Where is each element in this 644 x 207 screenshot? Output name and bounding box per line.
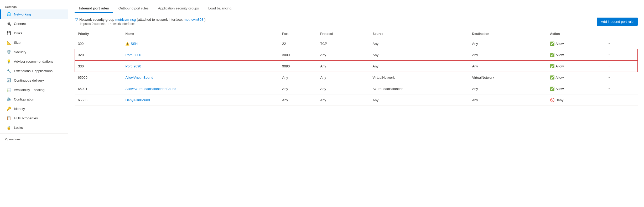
sidebar-item-extensions[interactable]: 🔧 Extensions + applications: [0, 66, 68, 76]
cell-protocol: TCP: [317, 38, 369, 49]
tab-inbound[interactable]: Inbound port rules: [75, 4, 113, 13]
sidebar-item-label-continuous: Continuous delivery: [14, 78, 44, 82]
col-port: Port: [279, 30, 317, 38]
cell-name: Port_9090: [122, 61, 279, 72]
sidebar-item-label-disks: Disks: [14, 31, 22, 35]
nsg-line: 🛡 Network security group metricvm-nsg (a…: [75, 17, 206, 22]
sidebar: Settings 🌐 Networking 🔌 Connect 💾 Disks …: [0, 0, 68, 207]
action-label: Allow: [555, 76, 564, 79]
table-row[interactable]: 65500DenyAllInBoundAnyAnyAnyAny🚫 Deny···: [75, 94, 638, 106]
sidebar-item-networking[interactable]: 🌐 Networking: [0, 9, 68, 19]
cell-destination: VirtualNetwork: [469, 72, 547, 83]
cell-ellipsis: ···: [602, 83, 638, 94]
cell-action: ✅ Allow: [547, 72, 602, 83]
col-name: Name: [122, 30, 279, 38]
col-protocol: Protocol: [317, 30, 369, 38]
nsg-attached-suffix: ): [204, 18, 205, 22]
cell-action: 🚫 Deny: [547, 94, 602, 106]
sidebar-item-configuration[interactable]: ⚙️ Configuration: [0, 94, 68, 104]
row-menu-button[interactable]: ···: [605, 52, 611, 58]
sidebar-item-security[interactable]: 🛡️ Security: [0, 47, 68, 57]
table-row[interactable]: 65000AllowVnetInBoundAnyAnyVirtualNetwor…: [75, 72, 638, 83]
advisor-icon: 💡: [6, 59, 11, 64]
cell-ellipsis: ···: [602, 38, 638, 49]
rule-name-link[interactable]: SSH: [131, 42, 138, 46]
allow-icon: ✅: [550, 87, 554, 91]
rule-name-link[interactable]: AllowAzureLoadBalancerInBound: [125, 87, 176, 91]
table-row[interactable]: 320Port_30003000AnyAnyAny✅ Allow···: [75, 49, 638, 61]
identity-icon: 🔑: [6, 106, 11, 111]
main-content: Inbound port rules Outbound port rules A…: [68, 0, 644, 207]
cell-source: Any: [370, 49, 469, 61]
cell-source: Any: [370, 38, 469, 49]
row-menu-button[interactable]: ···: [605, 75, 611, 80]
action-label: Allow: [555, 42, 564, 46]
tab-asg[interactable]: Application security groups: [154, 4, 203, 13]
security-icon: 🛡️: [6, 49, 11, 55]
row-menu-button[interactable]: ···: [605, 63, 611, 69]
allow-icon: ✅: [550, 64, 554, 68]
col-ellipsis: [602, 30, 638, 38]
rule-name-link[interactable]: Port_3000: [125, 53, 141, 57]
sidebar-item-identity[interactable]: 🔑 Identity: [0, 104, 68, 113]
sidebar-item-advisor[interactable]: 💡 Advisor recommendations: [0, 57, 68, 66]
table-row[interactable]: 300⚠️SSH22TCPAnyAny✅ Allow···: [75, 38, 638, 49]
cell-port: 3000: [279, 49, 317, 61]
sidebar-item-properties[interactable]: 📋 HUH Properties: [0, 113, 68, 123]
cell-destination: Any: [469, 94, 547, 106]
rule-name-link[interactable]: DenyAllInBound: [125, 98, 150, 102]
sidebar-item-label-connect: Connect: [14, 22, 27, 26]
col-destination: Destination: [469, 30, 547, 38]
cell-priority: 65500: [75, 94, 122, 106]
table-row[interactable]: 65001AllowAzureLoadBalancerInBoundAnyAny…: [75, 83, 638, 94]
warn-icon: ⚠️: [125, 42, 129, 46]
table-body: 300⚠️SSH22TCPAnyAny✅ Allow···320Port_300…: [75, 38, 638, 106]
nsg-interface-link[interactable]: metricvm808: [184, 18, 203, 22]
sidebar-item-label-size: Size: [14, 41, 20, 45]
sidebar-item-availability[interactable]: 📊 Availability + scaling: [0, 85, 68, 94]
cell-destination: Any: [469, 61, 547, 72]
properties-icon: 📋: [6, 115, 11, 121]
cell-priority: 320: [75, 49, 122, 61]
action-label: Allow: [555, 64, 564, 68]
sidebar-item-size[interactable]: 📐 Size: [0, 38, 68, 47]
allow-icon: ✅: [550, 53, 554, 57]
cell-name: AllowVnetInBound: [122, 72, 279, 83]
rule-name-link[interactable]: AllowVnetInBound: [125, 76, 153, 79]
sidebar-item-label-properties: HUH Properties: [14, 116, 38, 120]
nsg-sub-text: Impacts 0 subnets, 1 network interfaces: [75, 22, 206, 26]
cell-source: VirtualNetwork: [370, 72, 469, 83]
action-label: Deny: [554, 98, 563, 102]
table-row[interactable]: 330Port_90909090AnyAnyAny✅ Allow···: [75, 61, 638, 72]
cell-source: Any: [370, 94, 469, 106]
sidebar-item-locks[interactable]: 🔒 Locks: [0, 123, 68, 132]
rule-name-link[interactable]: Port_9090: [125, 64, 141, 68]
sidebar-item-disks[interactable]: 💾 Disks: [0, 28, 68, 38]
cell-name: AllowAzureLoadBalancerInBound: [122, 83, 279, 94]
content-area: 🛡 Network security group metricvm-nsg (a…: [68, 13, 644, 207]
add-inbound-port-rule-button[interactable]: Add inbound port rule: [597, 18, 638, 26]
sidebar-item-label-configuration: Configuration: [14, 97, 34, 101]
action-label: Allow: [555, 53, 564, 57]
tab-loadbalancing[interactable]: Load balancing: [204, 4, 236, 13]
cell-priority: 65000: [75, 72, 122, 83]
availability-icon: 📊: [6, 87, 11, 92]
sidebar-item-label-networking: Networking: [14, 12, 31, 16]
nsg-name-link[interactable]: metricvm-nsg: [115, 18, 136, 22]
cell-protocol: Any: [317, 83, 369, 94]
connect-icon: 🔌: [6, 21, 11, 26]
row-menu-button[interactable]: ···: [605, 86, 611, 92]
size-icon: 📐: [6, 40, 11, 45]
sidebar-item-connect[interactable]: 🔌 Connect: [0, 19, 68, 28]
row-menu-button[interactable]: ···: [605, 41, 611, 46]
cell-name: Port_3000: [122, 49, 279, 61]
row-menu-button[interactable]: ···: [605, 97, 611, 103]
cell-action: ✅ Allow: [547, 83, 602, 94]
cell-priority: 330: [75, 61, 122, 72]
cell-port: Any: [279, 72, 317, 83]
sidebar-item-label-security: Security: [14, 50, 26, 54]
tab-outbound[interactable]: Outbound port rules: [114, 4, 153, 13]
cell-protocol: Any: [317, 61, 369, 72]
cell-destination: Any: [469, 49, 547, 61]
sidebar-item-continuous[interactable]: 🔄 Continuous delivery: [0, 76, 68, 85]
